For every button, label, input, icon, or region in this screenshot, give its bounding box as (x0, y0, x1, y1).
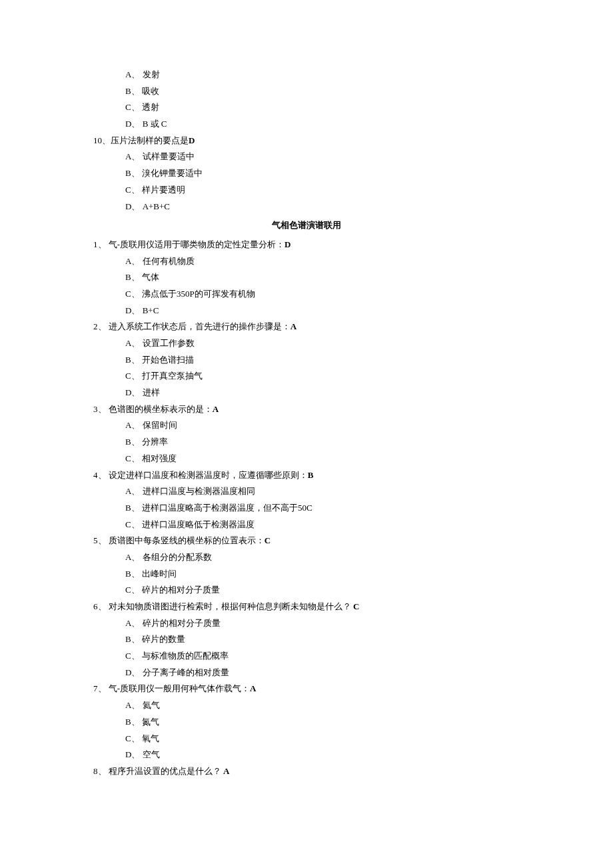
option-c: C、 氧气 (125, 731, 520, 747)
question-stem: 3、 色谱图的横坐标表示的是： (93, 404, 213, 414)
option-b: B、 分辨率 (125, 434, 520, 451)
option-b: B、 出峰时间 (125, 566, 520, 583)
option-d: D、 A+B+C (125, 199, 520, 215)
question-1: 1、 气-质联用仪适用于哪类物质的定性定量分析：D (93, 237, 520, 253)
question-7-options: A、 氦气B、 氮气C、 氧气D、 空气 (125, 697, 520, 763)
question-10-options: A、 试样量要适中 B、 溴化钾量要适中 C、 样片要透明 D、 A+B+C (125, 149, 520, 215)
question-1-options: A、 任何有机物质B、 气体C、 沸点低于350P的可挥发有机物D、 B+C (125, 253, 520, 319)
question-stem: 5、 质谱图中每条竖线的横坐标的位置表示： (93, 535, 265, 545)
question-4: 4、 设定进样口温度和检测器温度时，应遵循哪些原则：B (93, 467, 520, 484)
option-d: D、 分子离子峰的相对质量 (125, 665, 520, 681)
question-stem: 7、 气-质联用仪一般用何种气体作载气： (93, 683, 250, 693)
option-c: C、 与标准物质的匹配概率 (125, 648, 520, 665)
question-5: 5、 质谱图中每条竖线的横坐标的位置表示：C (93, 533, 520, 549)
question-3: 3、 色谱图的横坐标表示的是：A (93, 401, 520, 418)
question-answer: D (189, 135, 195, 145)
question-7: 7、 气-质联用仪一般用何种气体作载气：A (93, 681, 520, 697)
option-c: C、 碎片的相对分子质量 (125, 582, 520, 599)
option-a: A、 试样量要适中 (125, 149, 520, 165)
option-a: A、 任何有机物质 (125, 253, 520, 270)
question-answer: C (353, 601, 359, 611)
question-2-options: A、 设置工作参数B、 开始色谱扫描C、 打开真空泵抽气D、 进样 (125, 335, 520, 401)
question-8: 8、 程序升温设置的优点是什么？ A (93, 763, 520, 780)
option-a: A、 碎片的相对分子质量 (125, 615, 520, 632)
option-d: D、 进样 (125, 385, 520, 401)
option-b: B、 氮气 (125, 714, 520, 731)
option-b: B、 开始色谱扫描 (125, 352, 520, 369)
option-a: A、 氦气 (125, 697, 520, 714)
option-b: B、 气体 (125, 269, 520, 286)
question-2: 2、 进入系统工作状态后，首先进行的操作步骤是：A (93, 319, 520, 335)
option-a: A、 保留时间 (125, 417, 520, 434)
option-c: C、 沸点低于350P的可挥发有机物 (125, 286, 520, 303)
option-c: C、 进样口温度略低于检测器温度 (125, 517, 520, 533)
question-answer: C (265, 535, 271, 545)
question-6-options: A、 碎片的相对分子质量B、 碎片的数量C、 与标准物质的匹配概率D、 分子离子… (125, 615, 520, 681)
question-stem: 4、 设定进样口温度和检测器温度时，应遵循哪些原则： (93, 470, 308, 480)
option-a: A、 设置工作参数 (125, 335, 520, 352)
question-answer: A (250, 683, 256, 693)
option-d: D、 B 或 C (125, 116, 520, 133)
option-c: C、 打开真空泵抽气 (125, 368, 520, 385)
question-10: 10、压片法制样的要点是D (93, 133, 520, 149)
option-d: D、 B+C (125, 303, 520, 319)
question-answer: D (285, 239, 291, 249)
question-5-options: A、 各组分的分配系数B、 出峰时间C、 碎片的相对分子质量 (125, 549, 520, 599)
section-title: 气相色谱演谱联用 (93, 217, 520, 234)
option-c: C、 样片要透明 (125, 182, 520, 199)
option-a: A、 各组分的分配系数 (125, 549, 520, 566)
option-c: C、 相对强度 (125, 451, 520, 467)
question-4-options: A、 进样口温度与检测器温度相同B、 进样口温度略高于检测器温度，但不高于50C… (125, 483, 520, 533)
question-answer: B (308, 470, 314, 480)
option-d: D、 空气 (125, 747, 520, 763)
question-6: 6、 对未知物质谱图进行检索时，根据何种信息判断未知物是什么？ C (93, 599, 520, 615)
option-c: C、 透射 (125, 99, 520, 116)
prev-question-options: A、 发射 B、 吸收 C、 透射 D、 B 或 C (125, 67, 520, 133)
question-stem: 2、 进入系统工作状态后，首先进行的操作步骤是： (93, 321, 291, 331)
question-stem: 8、 程序升温设置的优点是什么？ (93, 766, 223, 776)
questions-list: 1、 气-质联用仪适用于哪类物质的定性定量分析：DA、 任何有机物质B、 气体C… (93, 237, 520, 780)
option-a: A、 进样口温度与检测器温度相同 (125, 483, 520, 500)
question-stem: 10、压片法制样的要点是 (93, 135, 189, 145)
option-a: A、 发射 (125, 67, 520, 83)
question-answer: A (223, 766, 229, 776)
option-b: B、 进样口温度略高于检测器温度，但不高于50C (125, 500, 520, 517)
question-answer: A (291, 321, 297, 331)
option-b: B、 碎片的数量 (125, 631, 520, 648)
option-b: B、 吸收 (125, 83, 520, 100)
option-b: B、 溴化钾量要适中 (125, 165, 520, 182)
question-stem: 6、 对未知物质谱图进行检索时，根据何种信息判断未知物是什么？ (93, 601, 353, 611)
question-answer: A (213, 404, 219, 414)
question-3-options: A、 保留时间B、 分辨率C、 相对强度 (125, 417, 520, 467)
question-stem: 1、 气-质联用仪适用于哪类物质的定性定量分析： (93, 239, 285, 249)
